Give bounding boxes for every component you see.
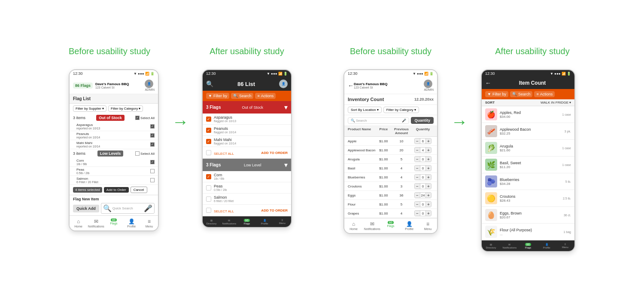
- check-salmon-2[interactable]: [206, 196, 211, 202]
- menu-icon-4: ≡: [565, 243, 566, 246]
- check-select-all-2[interactable]: [206, 208, 211, 213]
- actions-btn-2[interactable]: ≡ Actions: [255, 93, 276, 99]
- check-asparagus[interactable]: ✓: [206, 117, 211, 122]
- add-to-order-btn[interactable]: Add to Order: [104, 187, 129, 193]
- qty-plus-flour[interactable]: +: [426, 202, 431, 207]
- qty-control-applebacon[interactable]: − 4 +: [414, 147, 431, 153]
- nav-menu-2[interactable]: ≡ Menu: [273, 218, 291, 226]
- select-all-link-2[interactable]: SELECT ALL: [214, 209, 234, 213]
- qty-minus-croutons[interactable]: −: [415, 184, 420, 189]
- nav-profile-label: Profile: [127, 225, 136, 228]
- filter-supplier-btn[interactable]: Filter by Supplier ▾: [73, 105, 106, 112]
- nav-menu-3[interactable]: ≡ Menu: [419, 220, 437, 231]
- check-peas-2[interactable]: [206, 185, 211, 190]
- nav-flags-2[interactable]: 86 Flags: [238, 218, 255, 226]
- qty-plus-eggs[interactable]: +: [426, 193, 431, 198]
- qty-plus-arugula[interactable]: +: [426, 157, 431, 162]
- nav-profile-4[interactable]: 👤 Profile: [538, 242, 556, 250]
- search-box[interactable]: 🔍 Search 🎤: [348, 117, 409, 124]
- after-item-peas: Peas 0.5lb / 2lb: [203, 182, 291, 193]
- search-icon-2[interactable]: 🔍: [206, 80, 213, 87]
- qty-minus-grapes[interactable]: −: [415, 211, 420, 216]
- quick-add-btn[interactable]: Quick Add: [73, 205, 99, 212]
- checkbox-salmon[interactable]: [150, 178, 155, 182]
- quick-search-field[interactable]: 🔍 Quick Search 🎤: [101, 203, 155, 214]
- nav-directory-4[interactable]: ⊞ Directory: [482, 242, 500, 250]
- qty-minus-arugula[interactable]: −: [415, 157, 420, 162]
- qty-plus-blueberries[interactable]: +: [426, 175, 431, 180]
- nav-flags-4[interactable]: 86 Flags: [519, 242, 537, 250]
- qty-plus-basil[interactable]: +: [426, 166, 431, 171]
- qty-control-apple[interactable]: − 6 +: [414, 138, 431, 144]
- table-row-arugula: Arugula $1.00 5 − 0 +: [344, 155, 437, 164]
- qty-minus-eggs[interactable]: −: [415, 193, 420, 198]
- qty-minus-basil[interactable]: −: [415, 166, 420, 171]
- chevron-sort-4: ▾: [569, 101, 571, 104]
- qty-plus-grapes[interactable]: +: [426, 211, 431, 216]
- qty-minus-blueberries[interactable]: −: [415, 175, 420, 180]
- nav-notif-4[interactable]: ✉ Notifications: [500, 242, 519, 250]
- product-price-apples: $34.00: [500, 115, 559, 119]
- add-order-link-1[interactable]: ADD TO ORDER: [261, 151, 288, 155]
- filter-by-btn-4[interactable]: ▼ Filter by: [485, 91, 508, 97]
- search-btn-4[interactable]: 🔍 Search: [510, 91, 533, 97]
- after-item-name-salmon: Salmon: [214, 195, 288, 200]
- checkbox-corn[interactable]: ✓: [150, 160, 155, 164]
- back-arrow-icon[interactable]: ←: [348, 82, 354, 89]
- check-corn-2[interactable]: ✓: [206, 174, 211, 179]
- nav-directory-2[interactable]: ⊞ Directory: [203, 218, 220, 226]
- add-order-link-2[interactable]: ADD TO ORDER: [261, 209, 288, 212]
- checkbox-peas[interactable]: [150, 169, 155, 173]
- nav-menu-4[interactable]: ≡ Menu: [556, 242, 574, 250]
- qty-control-basil[interactable]: − 0 +: [414, 165, 431, 171]
- nav-profile-3[interactable]: 👤 Profile: [400, 220, 419, 231]
- bacon-thumbnail: 🥓: [485, 125, 497, 137]
- qty-minus-apple[interactable]: −: [415, 138, 420, 144]
- back-arrow-icon-4[interactable]: ←: [485, 80, 491, 86]
- qty-control-eggs[interactable]: − 24 +: [414, 192, 431, 198]
- select-all-btn-2[interactable]: Select All: [135, 151, 155, 156]
- sort-location-btn[interactable]: Sort By Location ▾: [348, 107, 382, 113]
- search-btn-2[interactable]: 🔍 Search: [231, 93, 254, 99]
- qty-control-croutons[interactable]: − 0 +: [414, 183, 431, 189]
- nav-flags-1[interactable]: 86 Flags: [105, 218, 122, 229]
- checkbox-select-all[interactable]: ✓: [135, 116, 140, 120]
- checkbox-peanuts[interactable]: ✓: [150, 133, 155, 138]
- td-prev-arugula: 5: [391, 157, 412, 161]
- qty-plus-croutons[interactable]: +: [426, 184, 431, 189]
- nav-home-1[interactable]: ⌂ Home: [70, 218, 87, 229]
- sort-value[interactable]: WALK IN FRIDGE ▾: [541, 101, 571, 104]
- actions-btn-4[interactable]: ≡ Actions: [534, 91, 555, 97]
- qty-plus-apple[interactable]: +: [426, 138, 431, 144]
- nav-notif-3[interactable]: ✉ Notifications: [363, 220, 381, 231]
- croutons-thumbnail: 🟡: [485, 192, 497, 204]
- check-select-all-1[interactable]: [206, 150, 211, 155]
- filter-by-btn-2[interactable]: ▼ Filter by: [206, 93, 229, 99]
- actions-btn-3[interactable]: Quantity: [411, 117, 434, 124]
- nav-profile-1[interactable]: 👤 Profile: [123, 218, 140, 229]
- qty-minus-applebacon[interactable]: −: [415, 147, 420, 153]
- cancel-btn[interactable]: Cancel: [131, 187, 147, 193]
- qty-control-arugula[interactable]: − 0 +: [414, 156, 431, 162]
- qty-plus-applebacon[interactable]: +: [426, 147, 431, 153]
- select-all-link-1[interactable]: SELECT ALL: [214, 152, 234, 156]
- nav-menu-1[interactable]: ≡ Menu: [140, 218, 158, 229]
- table-row-eggs: Eggs $1.00 36 − 24 +: [344, 191, 437, 200]
- qty-control-grapes[interactable]: − 0 +: [414, 210, 431, 216]
- qty-control-blueberries[interactable]: − 0 +: [414, 174, 431, 180]
- check-peanuts-2[interactable]: ✓: [206, 128, 211, 133]
- select-all-btn-1[interactable]: ✓ Select All: [135, 116, 155, 120]
- nav-notifications-1[interactable]: ✉ Notifications: [87, 218, 105, 229]
- filter-category-btn-3[interactable]: Filter by Category ▾: [383, 107, 419, 113]
- nav-profile-2[interactable]: 👤 Profile: [256, 218, 273, 226]
- checkbox-select-all-2[interactable]: [135, 151, 140, 156]
- qty-minus-flour[interactable]: −: [415, 202, 420, 207]
- qty-control-flour[interactable]: − 0 +: [414, 201, 431, 207]
- filter-category-btn[interactable]: Filter by Category ▾: [108, 105, 143, 112]
- nav-flags-3[interactable]: 86 Flags: [381, 220, 400, 231]
- checkbox-mahimahi[interactable]: ✓: [150, 142, 155, 147]
- nav-notif-2[interactable]: ✉ Notifications: [220, 218, 238, 226]
- check-mahimahi-2[interactable]: ✓: [206, 139, 211, 144]
- nav-home-3[interactable]: ⌂ Home: [344, 220, 363, 231]
- checkbox-asparagus[interactable]: ✓: [150, 124, 155, 129]
